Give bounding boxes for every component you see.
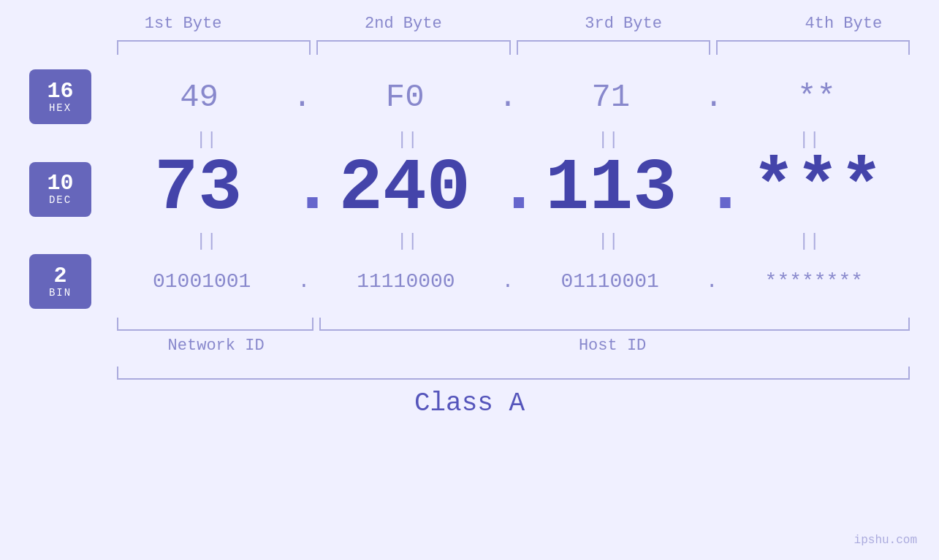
eq2-2: || <box>307 231 508 251</box>
main-container: 1st Byte 2nd Byte 3rd Byte 4th Byte 16 H… <box>0 0 939 560</box>
hex-dot-2: . <box>498 79 517 115</box>
dec-val-1: 73 <box>106 153 291 226</box>
dec-base-label: DEC <box>49 194 72 206</box>
equals-row-2: || || || || <box>106 229 910 254</box>
byte-label-2: 2nd Byte <box>293 15 513 33</box>
bracket-byte-3 <box>517 40 710 55</box>
eq1-3: || <box>508 130 709 150</box>
bin-val-3: 01110001 <box>514 270 705 293</box>
eq1-1: || <box>106 130 307 150</box>
bin-values: 01001001 . 11110000 . 01110001 . *******… <box>106 270 910 293</box>
hex-val-4: ** <box>723 79 910 115</box>
hex-dot-1: . <box>292 79 311 115</box>
dec-dot-3: . <box>704 153 726 226</box>
big-bottom-bracket <box>117 367 910 380</box>
hex-val-1: 49 <box>106 79 292 115</box>
byte-label-1: 1st Byte <box>73 15 293 33</box>
eq2-1: || <box>106 231 307 251</box>
hex-base-label: HEX <box>49 102 72 114</box>
id-labels-row: Network ID Host ID <box>117 337 910 355</box>
byte-label-3: 3rd Byte <box>514 15 734 33</box>
eq1-4: || <box>709 130 910 150</box>
bin-dot-3: . <box>706 270 718 293</box>
dec-dot-2: . <box>497 153 519 226</box>
dec-dot-1: . <box>291 153 313 226</box>
network-id-label: Network ID <box>117 337 315 355</box>
bin-row: 2 BIN 01001001 . 11110000 . 01110001 . *… <box>29 254 910 309</box>
watermark: ipshu.com <box>854 534 917 547</box>
bin-val-1: 01001001 <box>106 270 297 293</box>
bin-base-label: BIN <box>49 287 72 299</box>
dec-values: 73 . 240 . 113 . *** <box>106 153 910 226</box>
hex-base-number: 16 <box>47 80 73 102</box>
dec-badge: 10 DEC <box>29 162 91 217</box>
dec-row: 10 DEC 73 . 240 . 113 . *** <box>29 153 910 226</box>
eq2-4: || <box>709 231 910 251</box>
bracket-byte-4 <box>716 40 910 55</box>
bracket-byte-2 <box>316 40 510 55</box>
hex-val-2: F0 <box>312 79 498 115</box>
bin-val-4: ******** <box>718 270 910 293</box>
bin-dot-2: . <box>502 270 514 293</box>
bracket-byte-1 <box>117 40 311 55</box>
dec-val-3: 113 <box>519 153 704 226</box>
bottom-brackets <box>117 318 910 331</box>
dec-val-4: *** <box>726 153 911 226</box>
host-bracket <box>319 318 910 331</box>
eq2-3: || <box>508 231 709 251</box>
network-bracket <box>117 318 313 331</box>
hex-dot-3: . <box>704 79 723 115</box>
byte-labels-row: 1st Byte 2nd Byte 3rd Byte 4th Byte <box>73 15 939 33</box>
hex-badge: 16 HEX <box>29 69 91 124</box>
hex-values: 49 . F0 . 71 . ** <box>106 79 910 115</box>
bin-badge: 2 BIN <box>29 254 91 309</box>
host-id-label: Host ID <box>315 337 910 355</box>
byte-label-4: 4th Byte <box>734 15 939 33</box>
eq1-2: || <box>307 130 508 150</box>
bin-val-2: 11110000 <box>310 270 501 293</box>
class-label: Class A <box>29 388 910 418</box>
bin-base-number: 2 <box>53 265 66 287</box>
hex-val-3: 71 <box>517 79 704 115</box>
hex-row: 16 HEX 49 . F0 . 71 . ** <box>29 69 910 124</box>
dec-base-number: 10 <box>47 172 73 194</box>
dec-val-2: 240 <box>313 153 498 226</box>
top-brackets <box>117 40 910 55</box>
bin-dot-1: . <box>297 270 310 293</box>
